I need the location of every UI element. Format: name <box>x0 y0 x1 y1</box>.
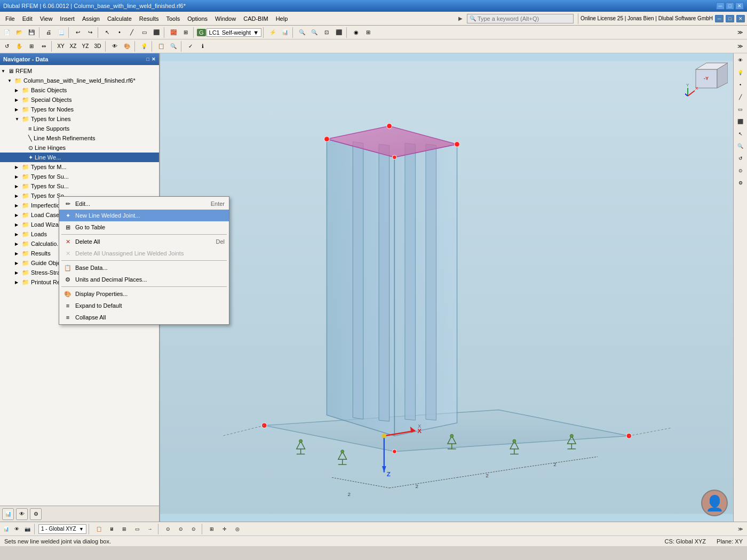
bt-grid-btn[interactable]: ⊞ <box>206 523 218 535</box>
menu-item-file[interactable]: File <box>2 14 18 23</box>
bt-cam-btn[interactable]: 📷 <box>22 524 32 534</box>
rt-view-btn[interactable]: 👁 <box>735 54 746 66</box>
print2-btn[interactable]: 📃 <box>55 27 67 38</box>
results-btn[interactable]: 📊 <box>279 27 291 38</box>
3d-view-btn[interactable]: ⬛ <box>333 27 345 38</box>
menu-item-window[interactable]: Window <box>212 14 239 23</box>
calc-btn[interactable]: ⚡ <box>267 27 279 38</box>
menu-item-view[interactable]: View <box>37 14 56 23</box>
line-btn[interactable]: ╱ <box>126 27 138 38</box>
nav-close-icon[interactable]: ✕ <box>152 57 156 62</box>
cm-units[interactable]: ⚙ Units and Decimal Places... <box>59 274 229 285</box>
rt-rotate-btn[interactable]: ↺ <box>735 153 746 164</box>
tree-item-types-nodes[interactable]: ▶ 📁 Types for Nodes <box>0 105 159 114</box>
cm-delete-all[interactable]: ✕ Delete All Del <box>59 236 229 247</box>
cm-collapse-all[interactable]: ≡ Collapse All <box>59 311 229 323</box>
rt-settings-btn[interactable]: ⚙ <box>735 177 746 189</box>
bt-axis-btn[interactable]: ✛ <box>219 523 231 535</box>
tree-item-basic-objects[interactable]: ▶ 📁 Basic Objects <box>0 85 159 95</box>
tree-item-types-su1[interactable]: ▶ 📁 Types for Su... <box>0 172 159 181</box>
check-btn[interactable]: ✓ <box>185 41 196 52</box>
rt-select-btn[interactable]: ↖ <box>735 128 746 140</box>
bt-more-btn[interactable]: ≫ <box>734 523 746 535</box>
maximize-button[interactable]: □ <box>726 2 734 10</box>
tree-item-types-lines[interactable]: ▼ 📁 Types for Lines <box>0 114 159 124</box>
view-3d-btn[interactable]: 3D <box>92 41 104 52</box>
nav-data-btn[interactable]: 📊 <box>2 508 14 520</box>
maximize-main[interactable]: □ <box>726 15 734 22</box>
rt-line-btn[interactable]: ╱ <box>735 91 746 103</box>
menu-item-calculate[interactable]: Calculate <box>104 14 135 23</box>
zoom-area-btn[interactable]: ⊞ <box>26 41 37 52</box>
save-btn[interactable]: 💾 <box>26 27 37 38</box>
tree-item-types-su2[interactable]: ▶ 📁 Types for Su... <box>0 181 159 191</box>
cm-delete-unassigned[interactable]: ✕ Delete All Unassigned Line Welded Join… <box>59 247 229 259</box>
grid-btn[interactable]: ⊞ <box>362 27 374 38</box>
rt-node-btn[interactable]: • <box>735 79 746 91</box>
rt-snap-btn[interactable]: ⊙ <box>735 165 746 177</box>
tree-item-line-mesh[interactable]: ▶ ╲ Line Mesh Refinements <box>0 133 159 143</box>
zoom-out-btn[interactable]: 🔍 <box>308 27 320 38</box>
bt-data-btn[interactable]: 📊 <box>1 524 11 534</box>
menu-item-options[interactable]: Options <box>184 14 211 23</box>
info-btn[interactable]: ℹ <box>197 41 209 52</box>
close-main[interactable]: ✕ <box>736 15 745 22</box>
solid-btn[interactable]: ⬛ <box>150 27 162 38</box>
zoom-in-btn[interactable]: 🔍 <box>296 27 308 38</box>
bt-snap2[interactable]: ⊙ <box>175 523 187 535</box>
filter-btn[interactable]: 🔍 <box>168 41 179 52</box>
open-btn[interactable]: 📂 <box>13 27 25 38</box>
table-btn[interactable]: 📋 <box>155 41 167 52</box>
undo-btn[interactable]: ↩ <box>72 27 84 38</box>
bt-t5-btn[interactable]: → <box>144 523 156 535</box>
print-btn[interactable]: 🖨 <box>43 27 54 38</box>
main-viewport[interactable]: 2 2 2 2 Z X X <box>160 53 733 522</box>
cm-display-properties[interactable]: 🎨 Display Properties... <box>59 288 229 300</box>
bt-snap3[interactable]: ⊙ <box>188 523 200 535</box>
nav-settings-btn[interactable]: ⚙ <box>30 508 42 520</box>
rt-solid-btn[interactable]: ⬛ <box>735 116 746 127</box>
snap-btn[interactable]: ◉ <box>350 27 362 38</box>
color-btn[interactable]: 🎨 <box>121 41 133 52</box>
view-xy-btn[interactable]: XY <box>55 41 67 52</box>
menu-item-insert[interactable]: Insert <box>57 14 78 23</box>
menu-item-edit[interactable]: Edit <box>19 14 36 23</box>
select-btn[interactable]: ↖ <box>101 27 113 38</box>
menu-item-tools[interactable]: Tools <box>163 14 183 23</box>
lc-dropdown[interactable]: LC1 Self-weight ▼ <box>206 28 262 37</box>
menu-item-help[interactable]: Help <box>273 14 291 23</box>
bt-t3-btn[interactable]: ⊞ <box>118 523 130 535</box>
display-btn[interactable]: 👁 <box>109 41 121 52</box>
rt-render-btn[interactable]: 💡 <box>735 67 746 78</box>
node-btn[interactable]: • <box>114 27 125 38</box>
menu-item-results[interactable]: Results <box>136 14 162 23</box>
menu-item-cadbim[interactable]: CAD-BIM <box>240 14 271 23</box>
bt-t1-btn[interactable]: 📋 <box>93 523 105 535</box>
search-bar[interactable]: 🔍 <box>467 14 574 23</box>
view-cube[interactable]: -Y X Y <box>685 59 728 101</box>
cm-edit[interactable]: ✏ Edit... Enter <box>59 198 229 210</box>
view-xz-btn[interactable]: XZ <box>67 41 79 52</box>
rt-zoom-btn[interactable]: 🔍 <box>735 140 746 152</box>
more-btn[interactable]: ≫ <box>734 41 746 52</box>
fit-btn[interactable]: ⊡ <box>321 27 332 38</box>
surface-btn[interactable]: ▭ <box>138 27 150 38</box>
close-button[interactable]: ✕ <box>735 2 744 10</box>
bt-global-xyz[interactable]: 1 - Global XYZ ▼ <box>38 524 86 534</box>
search-input[interactable] <box>478 15 563 22</box>
tree-item-line-hinges[interactable]: ▶ ⊙ Line Hinges <box>0 143 159 153</box>
cm-expand-default[interactable]: ≡ Expand to Default <box>59 300 229 311</box>
bt-t2-btn[interactable]: 🖥 <box>106 523 117 535</box>
settings-btn[interactable]: ≫ <box>734 27 746 38</box>
tree-item-rfem[interactable]: ▼ 🖥 RFEM <box>0 66 159 76</box>
rotate-btn[interactable]: ↺ <box>1 41 13 52</box>
tree-item-line-supports[interactable]: ▶ ≡ Line Supports <box>0 124 159 133</box>
cm-new-line-welded[interactable]: ✦ New Line Welded Joint... <box>59 210 229 221</box>
minimize-main[interactable]: ─ <box>715 15 724 22</box>
menu-item-assign[interactable]: Assign <box>79 14 103 23</box>
tree-item-line-welded[interactable]: ▶ ✦ Line We... <box>0 153 159 162</box>
nav-float-icon[interactable]: □ <box>147 57 149 62</box>
bt-t4-btn[interactable]: ▭ <box>131 523 143 535</box>
redo-btn[interactable]: ↪ <box>84 27 96 38</box>
tree-item-types-m[interactable]: ▶ 📁 Types for M... <box>0 162 159 172</box>
